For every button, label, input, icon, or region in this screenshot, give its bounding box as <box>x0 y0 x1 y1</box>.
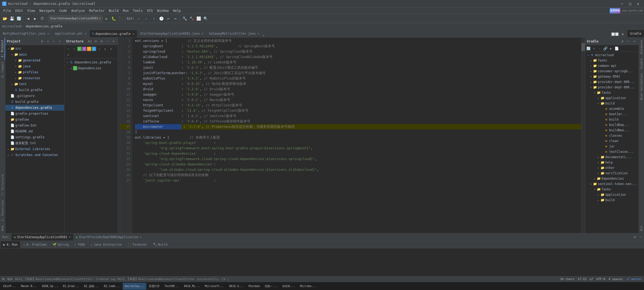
tab-close[interactable]: ✕ <box>47 32 49 35</box>
sync-btn[interactable]: 🔄 <box>16 15 22 22</box>
gradle-tab[interactable]: Gradle <box>627 30 644 37</box>
status-line-ending[interactable]: LF <box>590 277 593 281</box>
taskbar-microsoft[interactable]: Microsoft... <box>203 283 226 290</box>
gradle-item-builddep[interactable]: ⚙ buildDep... <box>585 122 639 128</box>
taskbar-microcloud[interactable]: microclou... <box>123 283 146 290</box>
tree-item-src[interactable]: ▾ 📁 src <box>5 46 64 52</box>
tab-dependencies[interactable]: G dependencies.gradle ✕ <box>90 30 137 37</box>
taskbar-techsm[interactable]: TechSM... <box>162 283 181 290</box>
menu-window[interactable]: Window <box>155 8 171 14</box>
tree-item-gradlew-bat[interactable]: 📄 gradlew.bat <box>5 122 64 128</box>
gradle-more-btn[interactable]: ⋯ <box>626 39 631 44</box>
tree-item-settings-gradle[interactable]: 📄 settings.gradle <box>5 134 64 140</box>
struct-toolbar-btn8[interactable]: ↕ <box>103 46 108 52</box>
menu-code[interactable]: Code <box>57 8 69 14</box>
menu-edit[interactable]: Edit <box>13 8 25 14</box>
sidebar-database-btn[interactable]: Database <box>639 38 644 56</box>
gradle-item-other[interactable]: ▾ 📁 other <box>585 165 639 171</box>
gradle-item-bootjar[interactable]: ⚙ bootJar... <box>585 111 639 117</box>
gradle-item-consumer[interactable]: ▸ 📁 consumer-springb... <box>585 68 639 74</box>
tab-close[interactable]: ✕ <box>85 32 86 35</box>
git-check2[interactable]: ✓ <box>143 15 149 22</box>
gradle-expand[interactable]: + <box>591 46 597 51</box>
struct-sort-alpha[interactable]: Az <box>87 39 93 44</box>
tree-item-gradle-props[interactable]: 📄 gradle.properties <box>5 111 64 117</box>
bottom-tab-todo[interactable]: ✓ TODO <box>72 241 88 248</box>
tree-item-dependencies-gradle[interactable]: G dependencies.gradle <box>5 105 64 111</box>
run-tab-gateway[interactable]: ▶ StartGatewayApplication9501 ✕ <box>12 234 74 241</box>
gradle-item-tasks1[interactable]: ▸ 📁 Tasks <box>585 58 639 63</box>
close-button[interactable]: ✕ <box>634 0 642 8</box>
panel-hide-btn[interactable]: ✕ <box>57 39 63 44</box>
struct-toolbar-btn6[interactable]: i <box>92 47 96 51</box>
gradle-item-assemble[interactable]: ⚙ assemble <box>585 106 639 111</box>
maximize-button[interactable]: □ <box>626 0 634 8</box>
gradle-hide-btn[interactable]: ✕ <box>632 39 637 44</box>
undo-btn[interactable]: ↩ <box>165 15 171 22</box>
gradle-settings-btn[interactable]: ⚙ <box>620 39 625 44</box>
menu-view[interactable]: View <box>25 8 37 14</box>
gradle-item-documentati[interactable]: ▸ 📁 documentati... <box>585 154 639 160</box>
tree-item-main[interactable]: ▾ 📁 main <box>5 52 64 57</box>
breadcrumb-project[interactable]: microcloud <box>2 24 21 28</box>
menu-tools[interactable]: Tools <box>131 8 145 14</box>
menu-build[interactable]: Build <box>107 8 121 14</box>
settings-btn[interactable]: 🔧 <box>181 15 188 22</box>
gradle-item-tasks2[interactable]: ▾ 📁 Tasks <box>585 90 639 95</box>
run-settings[interactable]: ⚙ <box>632 234 638 240</box>
gradle-item-jar[interactable]: ⚙ jar <box>585 144 639 149</box>
gradle-item-verification[interactable]: ▸ 📁 verification <box>585 171 639 176</box>
status-encoding[interactable]: UTF-8 <box>597 277 605 281</box>
tree-item-java[interactable]: ▾ 📁 java <box>5 63 64 69</box>
menu-vcs[interactable]: VCS <box>145 8 155 14</box>
tab-netty[interactable]: NettyRoutingFilter.java ✕ <box>0 30 52 37</box>
struct-sort-type[interactable]: ⚙ <box>93 39 98 44</box>
taskbar-0616g[interactable]: 0616_G... <box>227 283 246 290</box>
sidebar-favorites-btn[interactable]: 2: Favorites <box>0 198 5 223</box>
tree-item-build-gradle[interactable]: G build.gradle <box>5 99 64 105</box>
tree-item-readme[interactable]: 📄 README.md <box>5 128 64 134</box>
gradle-item-provider2[interactable]: ▾ 📁 provider-dept-800... <box>585 85 639 90</box>
run-tab-provider[interactable]: ▶ StartProviderDept8002Application ✕ <box>73 234 144 241</box>
sidebar-bean-btn[interactable]: Bean Validation <box>639 71 644 102</box>
run-hide[interactable]: ─ <box>638 234 643 240</box>
recent-btn[interactable]: ⏱ <box>39 15 45 22</box>
status-git[interactable]: 9: Git <box>2 277 13 281</box>
sidebar-structure-btn[interactable]: 7: Structure <box>0 172 5 198</box>
save-btn[interactable]: 💾 <box>9 15 15 22</box>
panel-sort-btn[interactable]: ↕ <box>45 39 51 44</box>
menu-run[interactable]: Run <box>121 8 131 14</box>
gradle-item-build2[interactable]: ▸ 📁 build <box>585 197 639 203</box>
tabs-overflow[interactable]: ▾ <box>263 34 265 37</box>
struct-item-deps[interactable]: ▾ C dependencies <box>64 65 118 71</box>
gradle-item-gateway[interactable]: ▾ 📁 gateway-9501 <box>585 74 639 79</box>
menu-refactor[interactable]: Refactor <box>87 8 107 14</box>
gradle-item-buildnee[interactable]: ⚙ buildNee... <box>585 128 639 133</box>
gradle-item-application2[interactable]: ▸ 📁 application <box>585 192 639 197</box>
build-btn[interactable]: 🔨 <box>188 15 195 22</box>
gradle-item-build-task[interactable]: ⚙ build <box>585 117 639 122</box>
search-btn[interactable]: 🔍 <box>202 15 209 22</box>
tab-close[interactable]: ✕ <box>257 32 259 35</box>
status-indent[interactable]: 4 spaces <box>609 277 623 281</box>
split-editor-btn[interactable]: ⬜⬜ <box>612 31 618 37</box>
status-position[interactable]: 17:15 <box>577 277 586 281</box>
gradle-item-help[interactable]: ▸ 📁 help <box>585 160 639 165</box>
forward-btn[interactable]: ▶ <box>32 15 38 22</box>
sidebar-ant-btn[interactable]: Ant <box>639 223 644 233</box>
struct-toolbar-btn5[interactable]: F <box>87 47 91 51</box>
gradle-item-build-group[interactable]: ▾ 📁 build <box>585 101 639 106</box>
taskbar-baidu[interactable]: 百度打开 <box>147 283 162 290</box>
struct-toolbar-btn9[interactable]: ⬆ <box>108 46 114 52</box>
gradle-link[interactable]: 🔗 <box>603 46 608 51</box>
taskbar-0206[interactable]: 0206_Sp... <box>40 283 60 290</box>
taskbar-wireless[interactable]: 无线一... <box>262 283 280 290</box>
tree-item-generated[interactable]: ▸ 📁 generated <box>5 57 64 63</box>
tab-gatewaymetrics[interactable]: GatewayMetricsFilter.java ✕ <box>206 30 262 37</box>
bottom-tab-terminal[interactable]: ⬛ Terminal <box>125 241 150 248</box>
struct-more[interactable]: ⋯ <box>105 39 110 44</box>
run-tab-gateway-close[interactable]: ✕ <box>69 235 71 239</box>
taskbar-0616[interactable]: 0616_Mi... <box>182 283 202 290</box>
bottom-tab-problems[interactable]: ⚠ 6: Problems <box>20 241 49 248</box>
status-branch[interactable]: ⎇ master <box>626 277 642 281</box>
